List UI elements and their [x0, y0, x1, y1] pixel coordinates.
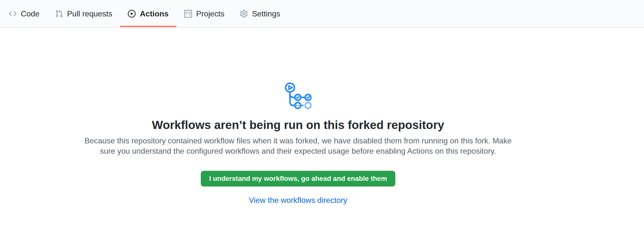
gear-icon — [240, 10, 248, 18]
tab-label: Projects — [196, 10, 224, 18]
repo-nav: Code Pull requests Actions Projects Sett… — [0, 0, 644, 28]
tab-pull-requests[interactable]: Pull requests — [48, 0, 120, 27]
git-pull-request-icon — [55, 10, 63, 18]
tab-label: Settings — [252, 10, 280, 18]
project-icon — [184, 10, 192, 18]
code-icon — [9, 10, 16, 18]
tab-settings[interactable]: Settings — [232, 0, 288, 27]
tab-actions[interactable]: Actions — [120, 0, 176, 27]
view-workflows-link[interactable]: View the workflows directory — [249, 196, 347, 204]
tab-label: Pull requests — [67, 10, 112, 18]
tab-code[interactable]: Code — [1, 0, 48, 27]
actions-workflow-icon — [284, 83, 312, 109]
tab-projects[interactable]: Projects — [176, 0, 232, 27]
blankslate-description: Because this repository contained workfl… — [83, 136, 513, 156]
page-title: Workflows aren’t being run on this forke… — [0, 118, 596, 132]
play-circle-icon — [128, 10, 136, 18]
tab-label: Code — [21, 10, 40, 18]
blankslate: Workflows aren’t being run on this forke… — [0, 28, 596, 204]
tab-label: Actions — [140, 10, 168, 18]
enable-workflows-button[interactable]: I understand my workflows, go ahead and … — [201, 171, 395, 186]
